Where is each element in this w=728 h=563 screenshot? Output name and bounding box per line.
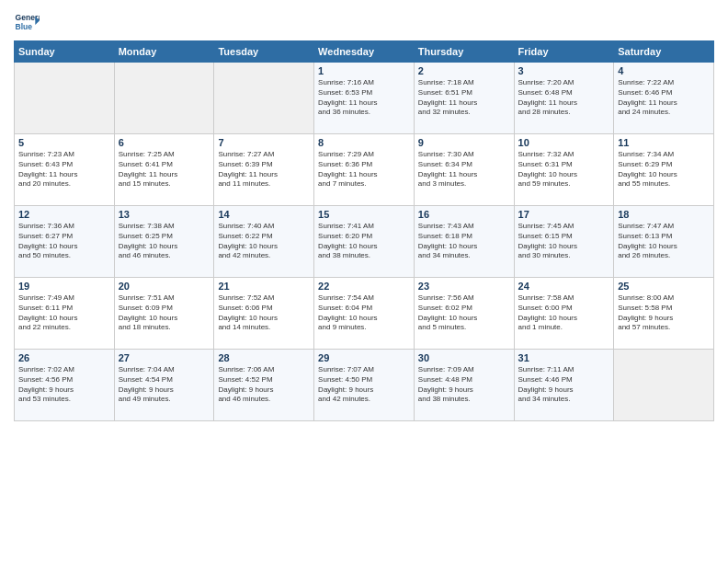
day-info: Sunrise: 7:23 AM Sunset: 6:43 PM Dayligh… <box>18 150 110 190</box>
day-info: Sunrise: 7:40 AM Sunset: 6:22 PM Dayligh… <box>218 222 310 261</box>
day-info: Sunrise: 7:54 AM Sunset: 6:04 PM Dayligh… <box>318 293 410 333</box>
day-number: 6 <box>119 137 210 148</box>
calendar-cell: 9Sunrise: 7:30 AM Sunset: 6:34 PM Daylig… <box>414 134 514 206</box>
calendar-cell: 31Sunrise: 7:11 AM Sunset: 4:46 PM Dayli… <box>514 350 614 421</box>
day-number: 29 <box>318 352 410 363</box>
day-info: Sunrise: 7:38 AM Sunset: 6:25 PM Dayligh… <box>119 222 210 261</box>
calendar-cell: 23Sunrise: 7:56 AM Sunset: 6:02 PM Dayli… <box>414 278 514 350</box>
day-number: 27 <box>119 352 210 363</box>
calendar-cell: 7Sunrise: 7:27 AM Sunset: 6:39 PM Daylig… <box>214 134 314 206</box>
calendar-cell: 27Sunrise: 7:04 AM Sunset: 4:54 PM Dayli… <box>114 350 214 421</box>
day-info: Sunrise: 7:02 AM Sunset: 4:56 PM Dayligh… <box>18 365 110 405</box>
weekday-header: Thursday <box>414 41 514 63</box>
day-info: Sunrise: 7:58 AM Sunset: 6:00 PM Dayligh… <box>518 293 610 333</box>
calendar-cell: 11Sunrise: 7:34 AM Sunset: 6:29 PM Dayli… <box>614 134 714 206</box>
day-number: 28 <box>218 352 310 363</box>
calendar-header: SundayMondayTuesdayWednesdayThursdayFrid… <box>15 41 714 63</box>
day-info: Sunrise: 7:22 AM Sunset: 6:46 PM Dayligh… <box>618 78 710 118</box>
day-number: 25 <box>618 281 710 292</box>
day-info: Sunrise: 7:49 AM Sunset: 6:11 PM Dayligh… <box>18 293 110 333</box>
day-number: 26 <box>18 352 110 363</box>
day-info: Sunrise: 7:36 AM Sunset: 6:27 PM Dayligh… <box>18 222 110 261</box>
calendar-cell: 26Sunrise: 7:02 AM Sunset: 4:56 PM Dayli… <box>15 350 115 421</box>
calendar-cell: 5Sunrise: 7:23 AM Sunset: 6:43 PM Daylig… <box>15 134 115 206</box>
weekday-header: Tuesday <box>214 41 314 63</box>
day-number: 8 <box>318 137 410 148</box>
day-number: 7 <box>218 137 310 148</box>
day-number: 30 <box>418 352 510 363</box>
day-number: 16 <box>418 209 510 220</box>
calendar-cell: 24Sunrise: 7:58 AM Sunset: 6:00 PM Dayli… <box>514 278 614 350</box>
calendar-cell: 12Sunrise: 7:36 AM Sunset: 6:27 PM Dayli… <box>15 206 115 278</box>
header: General Blue <box>14 9 714 35</box>
calendar-cell: 10Sunrise: 7:32 AM Sunset: 6:31 PM Dayli… <box>514 134 614 206</box>
day-number: 10 <box>518 137 610 148</box>
day-number: 11 <box>618 137 710 148</box>
day-info: Sunrise: 7:04 AM Sunset: 4:54 PM Dayligh… <box>119 365 210 405</box>
calendar-cell: 25Sunrise: 8:00 AM Sunset: 5:58 PM Dayli… <box>614 278 714 350</box>
calendar-container: General Blue SundayMondayTuesdayWednesda… <box>0 0 728 431</box>
day-info: Sunrise: 7:06 AM Sunset: 4:52 PM Dayligh… <box>218 365 310 405</box>
day-info: Sunrise: 7:09 AM Sunset: 4:48 PM Dayligh… <box>418 365 510 405</box>
day-number: 13 <box>119 209 210 220</box>
day-info: Sunrise: 7:56 AM Sunset: 6:02 PM Dayligh… <box>418 293 510 333</box>
day-number: 23 <box>418 281 510 292</box>
day-number: 14 <box>218 209 310 220</box>
day-number: 2 <box>418 65 510 76</box>
day-info: Sunrise: 7:07 AM Sunset: 4:50 PM Dayligh… <box>318 365 410 405</box>
day-info: Sunrise: 7:25 AM Sunset: 6:41 PM Dayligh… <box>119 150 210 190</box>
calendar-cell: 2Sunrise: 7:18 AM Sunset: 6:51 PM Daylig… <box>414 63 514 134</box>
week-row: 5Sunrise: 7:23 AM Sunset: 6:43 PM Daylig… <box>15 134 714 206</box>
day-info: Sunrise: 7:30 AM Sunset: 6:34 PM Dayligh… <box>418 150 510 190</box>
day-info: Sunrise: 7:47 AM Sunset: 6:13 PM Dayligh… <box>618 222 710 261</box>
calendar-cell: 22Sunrise: 7:54 AM Sunset: 6:04 PM Dayli… <box>314 278 415 350</box>
day-number: 17 <box>518 209 610 220</box>
day-info: Sunrise: 7:32 AM Sunset: 6:31 PM Dayligh… <box>518 150 610 190</box>
calendar-cell: 3Sunrise: 7:20 AM Sunset: 6:48 PM Daylig… <box>514 63 614 134</box>
day-number: 9 <box>418 137 510 148</box>
calendar-cell <box>114 63 214 134</box>
weekday-row: SundayMondayTuesdayWednesdayThursdayFrid… <box>15 41 714 63</box>
day-number: 18 <box>618 209 710 220</box>
day-number: 22 <box>318 281 410 292</box>
day-number: 24 <box>518 281 610 292</box>
day-number: 19 <box>18 281 110 292</box>
day-info: Sunrise: 7:18 AM Sunset: 6:51 PM Dayligh… <box>418 78 510 118</box>
day-info: Sunrise: 7:11 AM Sunset: 4:46 PM Dayligh… <box>518 365 610 405</box>
day-info: Sunrise: 7:16 AM Sunset: 6:53 PM Dayligh… <box>318 78 410 118</box>
calendar-cell: 1Sunrise: 7:16 AM Sunset: 6:53 PM Daylig… <box>314 63 415 134</box>
calendar-cell: 20Sunrise: 7:51 AM Sunset: 6:09 PM Dayli… <box>114 278 214 350</box>
day-number: 1 <box>318 65 410 76</box>
calendar-cell: 16Sunrise: 7:43 AM Sunset: 6:18 PM Dayli… <box>414 206 514 278</box>
day-info: Sunrise: 7:41 AM Sunset: 6:20 PM Dayligh… <box>318 222 410 261</box>
calendar-cell: 8Sunrise: 7:29 AM Sunset: 6:36 PM Daylig… <box>314 134 415 206</box>
calendar-table: SundayMondayTuesdayWednesdayThursdayFrid… <box>14 40 714 421</box>
day-info: Sunrise: 7:27 AM Sunset: 6:39 PM Dayligh… <box>218 150 310 190</box>
calendar-cell: 18Sunrise: 7:47 AM Sunset: 6:13 PM Dayli… <box>614 206 714 278</box>
calendar-cell: 30Sunrise: 7:09 AM Sunset: 4:48 PM Dayli… <box>414 350 514 421</box>
day-number: 4 <box>618 65 710 76</box>
logo: General Blue <box>14 9 40 35</box>
calendar-cell: 28Sunrise: 7:06 AM Sunset: 4:52 PM Dayli… <box>214 350 314 421</box>
weekday-header: Monday <box>114 41 214 63</box>
day-number: 12 <box>18 209 110 220</box>
calendar-cell <box>614 350 714 421</box>
week-row: 26Sunrise: 7:02 AM Sunset: 4:56 PM Dayli… <box>15 350 714 421</box>
day-info: Sunrise: 7:45 AM Sunset: 6:15 PM Dayligh… <box>518 222 610 261</box>
day-number: 31 <box>518 352 610 363</box>
calendar-cell: 15Sunrise: 7:41 AM Sunset: 6:20 PM Dayli… <box>314 206 415 278</box>
calendar-cell: 29Sunrise: 7:07 AM Sunset: 4:50 PM Dayli… <box>314 350 415 421</box>
day-info: Sunrise: 7:29 AM Sunset: 6:36 PM Dayligh… <box>318 150 410 190</box>
calendar-cell: 4Sunrise: 7:22 AM Sunset: 6:46 PM Daylig… <box>614 63 714 134</box>
day-info: Sunrise: 7:34 AM Sunset: 6:29 PM Dayligh… <box>618 150 710 190</box>
calendar-cell: 6Sunrise: 7:25 AM Sunset: 6:41 PM Daylig… <box>114 134 214 206</box>
day-info: Sunrise: 7:52 AM Sunset: 6:06 PM Dayligh… <box>218 293 310 333</box>
day-number: 3 <box>518 65 610 76</box>
svg-text:Blue: Blue <box>16 22 33 31</box>
day-number: 15 <box>318 209 410 220</box>
day-number: 21 <box>218 281 310 292</box>
calendar-cell: 21Sunrise: 7:52 AM Sunset: 6:06 PM Dayli… <box>214 278 314 350</box>
day-info: Sunrise: 8:00 AM Sunset: 5:58 PM Dayligh… <box>618 293 710 333</box>
weekday-header: Sunday <box>15 41 115 63</box>
week-row: 1Sunrise: 7:16 AM Sunset: 6:53 PM Daylig… <box>15 63 714 134</box>
